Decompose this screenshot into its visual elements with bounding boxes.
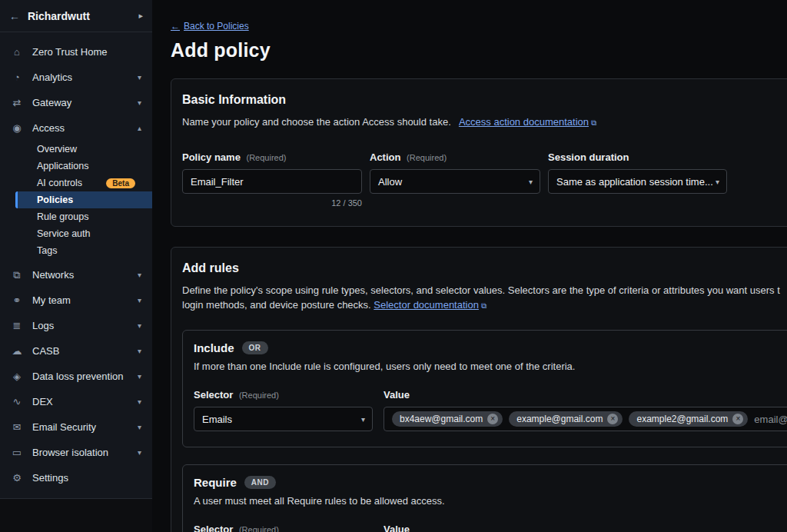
home-icon: ⌂ — [11, 46, 23, 58]
chevron-up-icon: ▴ — [138, 124, 141, 132]
or-badge: OR — [242, 341, 268, 354]
sidebar-item-label: Gateway — [32, 97, 128, 108]
sidebar-item-zero-trust-home[interactable]: ⌂ Zero Trust Home — [0, 39, 152, 65]
email-tag: bx4aew@gmail.com × — [392, 411, 503, 427]
action-label: Action — [370, 151, 400, 163]
required-label: (Required) — [407, 153, 447, 162]
require-description: A user must meet all Require rules to be… — [194, 495, 787, 507]
sidebar-item-overview[interactable]: Overview — [0, 141, 152, 158]
chevron-down-icon: ▾ — [138, 347, 141, 355]
chevron-down-icon: ▾ — [138, 73, 141, 81]
policy-name-input[interactable] — [182, 169, 362, 194]
action-select-value: Allow — [378, 176, 402, 188]
browser-isolation-icon: ▭ — [11, 447, 23, 458]
sidebar-item-browser-isolation[interactable]: ▭ Browser isolation ▾ — [0, 440, 152, 465]
basic-information-heading: Basic Information — [182, 93, 787, 107]
add-rules-description-line1: Define the policy's scope using rule typ… — [182, 283, 787, 298]
sidebar-item-label: Settings — [32, 472, 141, 484]
access-subnav: Overview Applications AI controls Beta P… — [0, 141, 152, 259]
include-value-label: Value — [384, 389, 410, 401]
sidebar-item-label: Networks — [32, 269, 128, 281]
basic-information-description: Name your policy and choose the action A… — [182, 115, 787, 130]
sidebar-subitem-label: Tags — [37, 245, 57, 256]
include-value-input[interactable]: bx4aew@gmail.com × example@gmail.com × e… — [384, 407, 787, 431]
back-arrow-icon: ← — [171, 21, 180, 32]
sidebar-nav: ⌂ Zero Trust Home ◔ Analytics ▾ ⇄ Gatewa… — [0, 32, 152, 498]
and-badge: AND — [244, 476, 276, 489]
sidebar-item-analytics[interactable]: ◔ Analytics ▾ — [0, 65, 152, 90]
chevron-down-icon: ▾ — [138, 271, 141, 279]
add-rules-card: Add rules Define the policy's scope usin… — [171, 247, 787, 532]
settings-icon: ⚙ — [11, 472, 23, 484]
sidebar-item-rule-groups[interactable]: Rule groups — [0, 208, 152, 225]
chevron-down-icon: ▾ — [138, 372, 141, 381]
sidebar-item-applications[interactable]: Applications — [0, 158, 152, 175]
sidebar-item-data-loss-prevention[interactable]: ◈ Data loss prevention ▾ — [0, 364, 152, 389]
require-rule-card: Require AND A user must meet all Require… — [182, 464, 787, 532]
action-select[interactable]: Allow ▾ — [370, 169, 540, 194]
basic-description-text: Name your policy and choose the action A… — [182, 116, 451, 128]
team-icon: ⚭ — [11, 294, 23, 306]
sidebar-item-settings[interactable]: ⚙ Settings — [0, 465, 152, 490]
logs-icon: ≣ — [11, 320, 23, 331]
require-value-label: Value — [384, 524, 410, 532]
sidebar-item-email-security[interactable]: ✉ Email Security ▾ — [0, 414, 152, 440]
remove-tag-icon[interactable]: × — [732, 414, 743, 424]
sidebar-item-access[interactable]: ◉ Access ▴ — [0, 115, 152, 141]
session-duration-select[interactable]: Same as application session time... ▾ — [548, 169, 727, 194]
sidebar-item-my-team[interactable]: ⚭ My team ▾ — [0, 288, 152, 313]
dex-icon: ∿ — [11, 396, 23, 407]
external-link-icon: ⧉ — [591, 118, 596, 127]
sidebar-subitem-label: Applications — [37, 161, 88, 171]
sidebar-item-logs[interactable]: ≣ Logs ▾ — [0, 313, 152, 338]
selector-documentation-link[interactable]: Selector documentation — [374, 299, 479, 311]
networks-icon: ⧉ — [11, 269, 23, 281]
tag-label: example@gmail.com — [516, 414, 603, 424]
back-arrow-icon[interactable]: ← — [9, 10, 20, 22]
select-caret-icon: ▾ — [529, 178, 533, 186]
access-action-documentation-link[interactable]: Access action documentation — [459, 116, 589, 128]
remove-tag-icon[interactable]: × — [487, 414, 498, 424]
analytics-icon: ◔ — [11, 71, 23, 83]
casb-icon: ☁ — [11, 345, 23, 357]
sidebar-item-gateway[interactable]: ⇄ Gateway ▾ — [0, 90, 152, 115]
beta-badge: Beta — [106, 178, 135, 188]
sidebar-item-label: Browser isolation — [32, 447, 128, 458]
sidebar-item-ai-controls[interactable]: AI controls Beta — [0, 175, 152, 191]
remove-tag-icon[interactable]: × — [607, 414, 618, 424]
require-selector-label: Selector — [194, 524, 233, 532]
sidebar-item-casb[interactable]: ☁ CASB ▾ — [0, 338, 152, 364]
chevron-down-icon: ▾ — [138, 448, 141, 457]
basic-form-row: Policy name (Required) 12 / 350 Action (… — [182, 151, 787, 208]
required-label: (Required) — [247, 153, 287, 162]
sidebar-item-tags[interactable]: Tags — [0, 242, 152, 259]
include-value-typed-text: email@exa — [754, 414, 787, 425]
sidebar-item-label: Analytics — [32, 71, 128, 83]
add-rules-heading: Add rules — [182, 261, 787, 275]
sidebar-item-policies[interactable]: Policies — [15, 191, 152, 208]
sidebar-item-dex[interactable]: ∿ DEX ▾ — [0, 389, 152, 414]
dlp-icon: ◈ — [11, 371, 23, 382]
required-label: (Required) — [239, 525, 279, 532]
require-title: Require — [194, 476, 237, 489]
sidebar-item-service-auth[interactable]: Service auth — [0, 225, 152, 242]
include-title: Include — [194, 341, 234, 354]
include-rule-card: Include OR If more than one Include rule… — [182, 330, 787, 447]
email-tag: example@gmail.com × — [509, 411, 623, 427]
sidebar-item-label: Logs — [32, 320, 128, 331]
sidebar-item-label: Data loss prevention — [32, 371, 128, 382]
chevron-right-icon[interactable]: ▸ — [138, 11, 143, 21]
back-to-policies-link[interactable]: ← Back to Policies — [171, 21, 249, 32]
external-link-icon: ⧉ — [481, 301, 486, 310]
sidebar-subitem-label: AI controls — [37, 178, 82, 188]
sidebar-subitem-label: Policies — [37, 195, 73, 205]
include-selector-select[interactable]: Emails ▾ — [194, 407, 373, 431]
chevron-down-icon: ▾ — [138, 321, 141, 330]
account-name[interactable]: Richardwutt — [28, 10, 131, 22]
sidebar: ← Richardwutt ▸ ⌂ Zero Trust Home ◔ Anal… — [0, 0, 152, 532]
email-tag: example2@gmail.com × — [629, 411, 748, 427]
chevron-down-icon: ▾ — [138, 296, 141, 304]
access-icon: ◉ — [11, 122, 23, 134]
chevron-down-icon: ▾ — [138, 423, 141, 431]
sidebar-item-networks[interactable]: ⧉ Networks ▾ — [0, 262, 152, 288]
